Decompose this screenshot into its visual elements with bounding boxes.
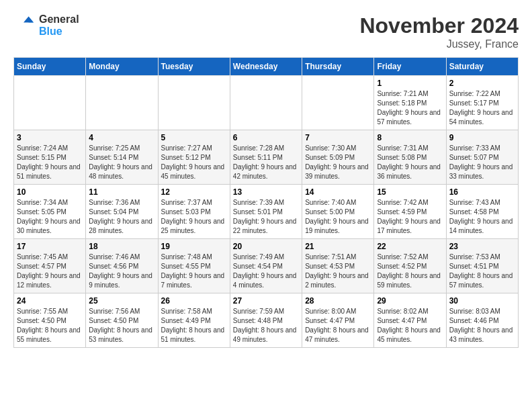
day-number: 30 (449, 296, 515, 306)
table-row: 22Sunrise: 7:52 AM Sunset: 4:52 PM Dayli… (374, 239, 446, 293)
calendar-row: 1Sunrise: 7:21 AM Sunset: 5:18 PM Daylig… (14, 76, 519, 130)
day-number: 29 (377, 296, 443, 306)
day-info: Sunrise: 7:31 AM Sunset: 5:08 PM Dayligh… (377, 144, 443, 181)
month-title: November 2024 (359, 13, 519, 38)
table-row: 2Sunrise: 7:22 AM Sunset: 5:17 PM Daylig… (446, 76, 518, 130)
day-number: 24 (17, 296, 83, 306)
day-number: 3 (17, 133, 83, 142)
day-number: 19 (161, 242, 227, 251)
day-info: Sunrise: 7:48 AM Sunset: 4:55 PM Dayligh… (161, 253, 227, 290)
table-row: 13Sunrise: 7:39 AM Sunset: 5:01 PM Dayli… (230, 185, 302, 239)
logo-icon (13, 15, 34, 36)
table-row: 24Sunrise: 7:55 AM Sunset: 4:50 PM Dayli… (14, 293, 86, 348)
day-number: 18 (89, 242, 154, 251)
day-number: 14 (305, 187, 371, 197)
table-row: 25Sunrise: 7:56 AM Sunset: 4:50 PM Dayli… (86, 293, 158, 348)
table-row: 7Sunrise: 7:30 AM Sunset: 5:09 PM Daylig… (302, 130, 374, 185)
day-number: 21 (305, 242, 371, 251)
day-info: Sunrise: 7:24 AM Sunset: 5:15 PM Dayligh… (17, 144, 83, 181)
calendar-row: 3Sunrise: 7:24 AM Sunset: 5:15 PM Daylig… (14, 130, 519, 185)
table-row: 1Sunrise: 7:21 AM Sunset: 5:18 PM Daylig… (374, 76, 446, 130)
header-wednesday: Wednesday (230, 58, 302, 76)
day-info: Sunrise: 7:37 AM Sunset: 5:03 PM Dayligh… (161, 198, 227, 236)
page-header: General Blue November 2024 Jussey, Franc… (13, 13, 519, 50)
day-info: Sunrise: 7:52 AM Sunset: 4:52 PM Dayligh… (377, 253, 443, 290)
logo: General Blue (13, 13, 79, 37)
day-number: 6 (233, 133, 299, 142)
day-number: 12 (161, 187, 227, 197)
day-number: 2 (449, 79, 515, 88)
day-info: Sunrise: 7:49 AM Sunset: 4:54 PM Dayligh… (233, 253, 299, 290)
table-row (230, 76, 302, 130)
day-info: Sunrise: 7:34 AM Sunset: 5:05 PM Dayligh… (17, 198, 83, 236)
day-number: 23 (449, 242, 515, 251)
day-number: 26 (161, 296, 227, 306)
svg-rect-0 (13, 15, 34, 36)
table-row: 23Sunrise: 7:53 AM Sunset: 4:51 PM Dayli… (446, 239, 518, 293)
table-row: 28Sunrise: 8:00 AM Sunset: 4:47 PM Dayli… (302, 293, 374, 348)
day-number: 10 (17, 187, 83, 197)
table-row: 10Sunrise: 7:34 AM Sunset: 5:05 PM Dayli… (14, 185, 86, 239)
day-info: Sunrise: 7:27 AM Sunset: 5:12 PM Dayligh… (161, 144, 227, 181)
table-row: 20Sunrise: 7:49 AM Sunset: 4:54 PM Dayli… (230, 239, 302, 293)
day-info: Sunrise: 7:45 AM Sunset: 4:57 PM Dayligh… (17, 253, 83, 290)
header-tuesday: Tuesday (158, 58, 230, 76)
calendar-row: 10Sunrise: 7:34 AM Sunset: 5:05 PM Dayli… (14, 185, 519, 239)
day-info: Sunrise: 7:22 AM Sunset: 5:17 PM Dayligh… (449, 89, 515, 127)
day-number: 28 (305, 296, 371, 306)
day-number: 11 (89, 187, 154, 197)
table-row: 30Sunrise: 8:03 AM Sunset: 4:46 PM Dayli… (446, 293, 518, 348)
day-info: Sunrise: 7:53 AM Sunset: 4:51 PM Dayligh… (449, 253, 515, 290)
day-info: Sunrise: 7:25 AM Sunset: 5:14 PM Dayligh… (89, 144, 154, 181)
calendar-header-row: Sunday Monday Tuesday Wednesday Thursday… (14, 58, 519, 76)
day-info: Sunrise: 7:39 AM Sunset: 5:01 PM Dayligh… (233, 198, 299, 236)
day-number: 16 (449, 187, 515, 197)
day-number: 5 (161, 133, 227, 142)
day-info: Sunrise: 7:51 AM Sunset: 4:53 PM Dayligh… (305, 253, 371, 290)
table-row (158, 76, 230, 130)
calendar-row: 17Sunrise: 7:45 AM Sunset: 4:57 PM Dayli… (14, 239, 519, 293)
svg-marker-2 (24, 16, 34, 22)
day-number: 8 (377, 133, 443, 142)
table-row: 16Sunrise: 7:43 AM Sunset: 4:58 PM Dayli… (446, 185, 518, 239)
location-subtitle: Jussey, France (359, 38, 519, 50)
title-section: November 2024 Jussey, France (359, 13, 519, 50)
day-info: Sunrise: 7:42 AM Sunset: 4:59 PM Dayligh… (377, 198, 443, 236)
calendar-table: Sunday Monday Tuesday Wednesday Thursday… (13, 57, 519, 348)
day-info: Sunrise: 7:58 AM Sunset: 4:49 PM Dayligh… (161, 307, 227, 345)
day-info: Sunrise: 7:46 AM Sunset: 4:56 PM Dayligh… (89, 253, 154, 290)
day-number: 7 (305, 133, 371, 142)
day-number: 20 (233, 242, 299, 251)
day-info: Sunrise: 8:00 AM Sunset: 4:47 PM Dayligh… (305, 307, 371, 345)
logo-general: General (39, 13, 79, 26)
table-row: 9Sunrise: 7:33 AM Sunset: 5:07 PM Daylig… (446, 130, 518, 185)
day-number: 15 (377, 187, 443, 197)
table-row: 17Sunrise: 7:45 AM Sunset: 4:57 PM Dayli… (14, 239, 86, 293)
day-info: Sunrise: 7:59 AM Sunset: 4:48 PM Dayligh… (233, 307, 299, 345)
day-number: 17 (17, 242, 83, 251)
table-row: 12Sunrise: 7:37 AM Sunset: 5:03 PM Dayli… (158, 185, 230, 239)
logo-blue: Blue (39, 26, 79, 38)
header-monday: Monday (86, 58, 158, 76)
day-info: Sunrise: 7:28 AM Sunset: 5:11 PM Dayligh… (233, 144, 299, 181)
day-info: Sunrise: 7:33 AM Sunset: 5:07 PM Dayligh… (449, 144, 515, 181)
day-info: Sunrise: 8:02 AM Sunset: 4:47 PM Dayligh… (377, 307, 443, 345)
header-friday: Friday (374, 58, 446, 76)
day-number: 27 (233, 296, 299, 306)
table-row: 18Sunrise: 7:46 AM Sunset: 4:56 PM Dayli… (86, 239, 158, 293)
header-thursday: Thursday (302, 58, 374, 76)
table-row: 14Sunrise: 7:40 AM Sunset: 5:00 PM Dayli… (302, 185, 374, 239)
day-number: 22 (377, 242, 443, 251)
header-saturday: Saturday (446, 58, 518, 76)
day-number: 4 (89, 133, 154, 142)
table-row: 6Sunrise: 7:28 AM Sunset: 5:11 PM Daylig… (230, 130, 302, 185)
table-row (302, 76, 374, 130)
day-info: Sunrise: 7:43 AM Sunset: 4:58 PM Dayligh… (449, 198, 515, 236)
day-number: 13 (233, 187, 299, 197)
table-row: 29Sunrise: 8:02 AM Sunset: 4:47 PM Dayli… (374, 293, 446, 348)
table-row: 27Sunrise: 7:59 AM Sunset: 4:48 PM Dayli… (230, 293, 302, 348)
day-info: Sunrise: 7:56 AM Sunset: 4:50 PM Dayligh… (89, 307, 154, 345)
table-row (14, 76, 86, 130)
table-row: 8Sunrise: 7:31 AM Sunset: 5:08 PM Daylig… (374, 130, 446, 185)
table-row: 5Sunrise: 7:27 AM Sunset: 5:12 PM Daylig… (158, 130, 230, 185)
